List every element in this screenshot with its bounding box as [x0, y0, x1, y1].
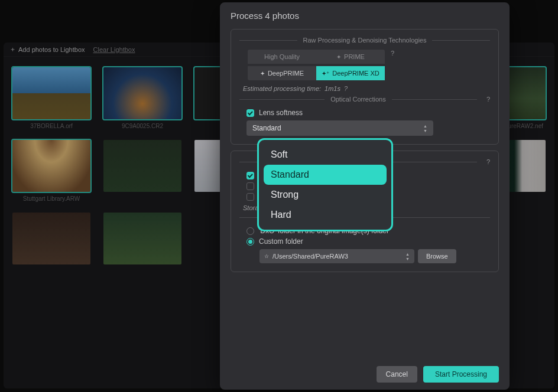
dialog-title: Process 4 photos: [231, 11, 499, 21]
lens-softness-checkbox[interactable]: [246, 109, 254, 117]
dropdown-option-strong[interactable]: Strong: [264, 185, 387, 205]
jpg-checkbox[interactable]: [246, 182, 254, 190]
stepper-icon: ▲▼: [423, 124, 427, 133]
method-button-group: High Quality ✦PRIME ✦DeepPRIME ✦⁺DeepPRI…: [248, 50, 385, 80]
lens-softness-dropdown: Soft Standard Strong Hard: [257, 138, 393, 231]
dng-checkbox[interactable]: [246, 172, 254, 179]
destination-dxo-radio[interactable]: [246, 227, 254, 235]
dialog-footer: Cancel Start Processing: [231, 365, 499, 383]
cancel-button[interactable]: Cancel: [377, 366, 417, 383]
star-icon: ☆: [264, 253, 269, 259]
help-icon[interactable]: ?: [486, 96, 490, 103]
help-icon[interactable]: ?: [486, 158, 490, 165]
section-header: Raw Processing & Denoising Technologies: [303, 37, 427, 44]
method-prime[interactable]: ✦PRIME: [316, 50, 385, 64]
tiff-checkbox[interactable]: [246, 193, 254, 201]
dropdown-option-soft[interactable]: Soft: [264, 145, 387, 165]
destination-path-input[interactable]: ☆/Users/Shared/PureRAW3 ▲▼: [259, 249, 414, 263]
sparkle-icon: ✦: [336, 54, 341, 60]
method-deepprime-xd[interactable]: ✦⁺DeepPRIME XD: [316, 66, 385, 80]
lens-softness-label: Lens softness: [259, 109, 303, 117]
estimated-time: Estimated processing time: 1m1s ?: [243, 85, 490, 92]
destination-custom-label: Custom folder: [259, 237, 303, 246]
raw-processing-section: Raw Processing & Denoising Technologies …: [231, 29, 499, 145]
method-deepprime[interactable]: ✦DeepPRIME: [248, 66, 316, 80]
help-icon[interactable]: ?: [344, 85, 348, 92]
section-header: Optical Corrections: [330, 96, 386, 103]
lens-softness-select[interactable]: Standard ▲▼: [246, 120, 433, 136]
start-processing-button[interactable]: Start Processing: [423, 366, 499, 383]
help-icon[interactable]: ?: [391, 50, 394, 57]
destination-custom-radio[interactable]: [246, 238, 254, 246]
dropdown-option-hard[interactable]: Hard: [264, 205, 387, 225]
browse-button[interactable]: Browse: [418, 249, 456, 263]
sparkle-icon: ✦⁺: [322, 70, 329, 77]
method-high-quality[interactable]: High Quality: [248, 50, 316, 64]
stepper-icon: ▲▼: [405, 252, 410, 261]
sparkle-icon: ✦: [260, 70, 265, 77]
dropdown-option-standard[interactable]: Standard: [264, 165, 387, 185]
